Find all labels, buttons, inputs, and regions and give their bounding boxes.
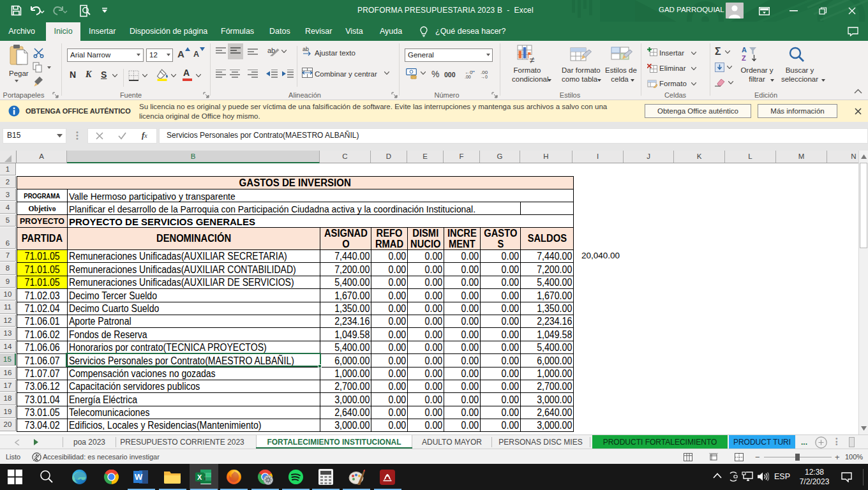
svg-text:.00: .00 [465,75,471,78]
svg-text:A: A [742,46,747,54]
svg-text:→0: →0 [481,75,488,78]
svg-text:ab: ab [303,46,309,52]
svg-text:≠: ≠ [530,55,535,65]
svg-text:Z: Z [742,54,746,62]
svg-text:W: W [135,472,143,482]
svg-text:X: X [197,473,202,481]
